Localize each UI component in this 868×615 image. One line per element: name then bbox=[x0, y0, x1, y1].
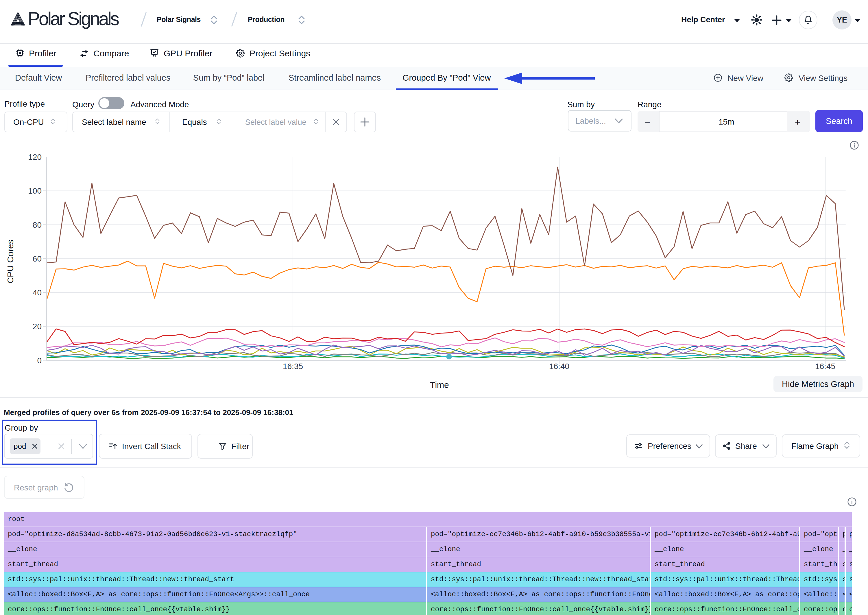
svg-text:100: 100 bbox=[28, 186, 42, 195]
svg-text:0: 0 bbox=[37, 356, 42, 365]
svg-text:120: 120 bbox=[28, 153, 42, 162]
svg-text:80: 80 bbox=[33, 220, 42, 229]
svg-text:20: 20 bbox=[33, 322, 42, 331]
svg-text:40: 40 bbox=[33, 288, 42, 297]
svg-text:16:45: 16:45 bbox=[815, 362, 835, 371]
svg-text:16:40: 16:40 bbox=[549, 362, 569, 371]
svg-text:16:35: 16:35 bbox=[283, 362, 303, 371]
svg-text:CPU Cores: CPU Cores bbox=[5, 240, 15, 284]
svg-text:Time: Time bbox=[430, 380, 449, 390]
svg-text:60: 60 bbox=[33, 254, 42, 263]
